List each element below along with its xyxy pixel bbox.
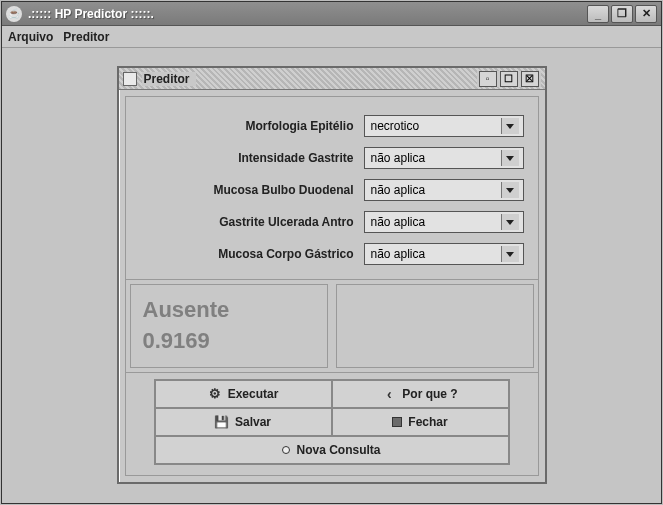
preditor-window: Preditor ▫ ☐ ☒ Morfologia Epitélio necro… — [117, 66, 547, 484]
button-label: Por que ? — [402, 387, 457, 401]
combo-value: necrotico — [371, 119, 420, 133]
form-grid: Morfologia Epitélio necrotico Intensidad… — [126, 97, 538, 279]
combo-mucosa-bulbo-duodenal[interactable]: não aplica — [364, 179, 524, 201]
porque-button[interactable]: Por que ? — [332, 380, 509, 408]
label-mucosa-corpo-gastrico: Mucosa Corpo Gástrico — [140, 247, 354, 261]
combo-value: não aplica — [371, 247, 426, 261]
button-label: Nova Consulta — [296, 443, 380, 457]
app-title: .::::: HP Predictor :::::. — [28, 7, 587, 21]
chevron-down-icon — [501, 150, 519, 166]
button-grid: Executar Por que ? Salvar Fechar — [154, 379, 510, 465]
label-gastrite-ulcerada-antro: Gastrite Ulcerada Antro — [140, 215, 354, 229]
salvar-button[interactable]: Salvar — [155, 408, 332, 436]
combo-morfologia-epitelio[interactable]: necrotico — [364, 115, 524, 137]
window-controls: _ ❐ ✕ — [587, 5, 657, 23]
result-class: Ausente — [143, 295, 315, 326]
button-area: Executar Por que ? Salvar Fechar — [126, 372, 538, 475]
combo-value: não aplica — [371, 151, 426, 165]
question-icon — [382, 387, 396, 401]
combo-intensidade-gastrite[interactable]: não aplica — [364, 147, 524, 169]
nova-consulta-button[interactable]: Nova Consulta — [155, 436, 509, 464]
inner-window-controls: ▫ ☐ ☒ — [477, 71, 541, 87]
chevron-down-icon — [501, 246, 519, 262]
menu-preditor[interactable]: Preditor — [63, 30, 109, 44]
label-intensidade-gastrite: Intensidade Gastrite — [140, 151, 354, 165]
fechar-button[interactable]: Fechar — [332, 408, 509, 436]
inner-maximize-button[interactable]: ☐ — [500, 71, 518, 87]
chevron-down-icon — [501, 214, 519, 230]
save-icon — [215, 415, 229, 429]
minimize-button[interactable]: _ — [587, 5, 609, 23]
document-icon — [123, 72, 137, 86]
radio-icon — [282, 446, 290, 454]
app-titlebar: ☕ .::::: HP Predictor :::::. _ ❐ ✕ — [2, 2, 661, 26]
combo-mucosa-corpo-gastrico[interactable]: não aplica — [364, 243, 524, 265]
executar-button[interactable]: Executar — [155, 380, 332, 408]
maximize-button[interactable]: ❐ — [611, 5, 633, 23]
button-label: Executar — [228, 387, 279, 401]
preditor-titlebar: Preditor ▫ ☐ ☒ — [119, 68, 545, 90]
app-window: ☕ .::::: HP Predictor :::::. _ ❐ ✕ Arqui… — [1, 1, 662, 504]
result-probability: 0.9169 — [143, 326, 315, 357]
button-label: Fechar — [408, 415, 447, 429]
button-label: Salvar — [235, 415, 271, 429]
gear-icon — [208, 387, 222, 401]
menubar: Arquivo Preditor — [2, 26, 661, 48]
stop-icon — [392, 417, 402, 427]
inner-iconify-button[interactable]: ▫ — [479, 71, 497, 87]
result-cell-left: Ausente 0.9169 — [130, 284, 328, 368]
combo-value: não aplica — [371, 215, 426, 229]
label-morfologia-epitelio: Morfologia Epitélio — [140, 119, 354, 133]
form-area: Morfologia Epitélio necrotico Intensidad… — [125, 96, 539, 476]
preditor-title: Preditor — [142, 72, 196, 86]
app-body: Preditor ▫ ☐ ☒ Morfologia Epitélio necro… — [2, 48, 661, 503]
inner-close-button[interactable]: ☒ — [521, 71, 539, 87]
result-cell-right — [336, 284, 534, 368]
combo-gastrite-ulcerada-antro[interactable]: não aplica — [364, 211, 524, 233]
chevron-down-icon — [501, 118, 519, 134]
close-button[interactable]: ✕ — [635, 5, 657, 23]
combo-value: não aplica — [371, 183, 426, 197]
label-mucosa-bulbo-duodenal: Mucosa Bulbo Duodenal — [140, 183, 354, 197]
menu-arquivo[interactable]: Arquivo — [8, 30, 53, 44]
app-icon: ☕ — [6, 6, 22, 22]
result-row: Ausente 0.9169 — [126, 279, 538, 372]
chevron-down-icon — [501, 182, 519, 198]
